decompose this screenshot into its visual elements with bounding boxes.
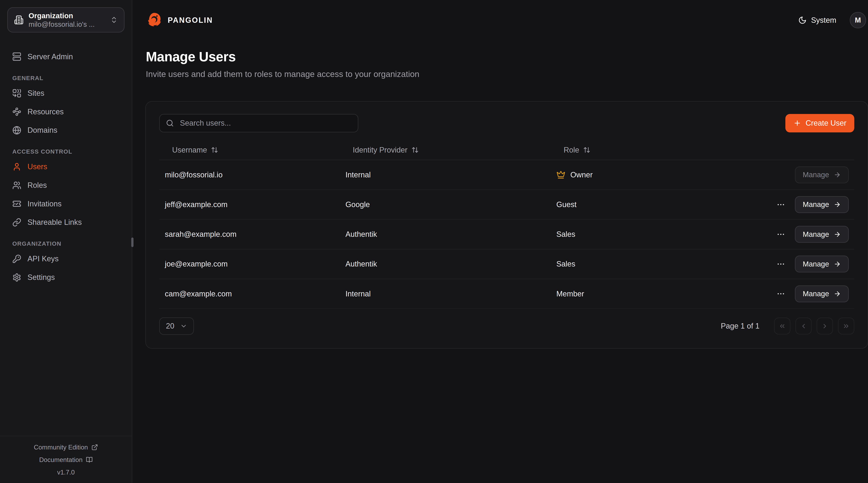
main-content: PANGOLIN System M Manage Users Invite us… [132, 0, 868, 483]
sidebar-item-domains[interactable]: Domains [7, 122, 124, 139]
column-header-username: Username [159, 140, 340, 160]
arrow-right-icon [834, 201, 841, 208]
table-row: jeff@example.com Google Guest Manage [159, 190, 854, 220]
first-page-button[interactable] [774, 318, 790, 335]
app-root: Organization milo@fossorial.io's ... Ser… [0, 0, 868, 483]
sidebar-item-users[interactable]: Users [7, 158, 124, 175]
sidebar-item-label: Resources [27, 108, 64, 116]
sort-icon [211, 146, 218, 153]
sidebar-item-shareable-links[interactable]: Shareable Links [7, 214, 124, 231]
sidebar-item-label: Shareable Links [27, 218, 82, 227]
search-icon [166, 119, 174, 127]
sidebar-resize-handle[interactable] [131, 237, 133, 247]
sidebar-item-sites[interactable]: Sites [7, 85, 124, 102]
sidebar-item-settings[interactable]: Settings [7, 269, 124, 286]
theme-toggle-button[interactable]: System [795, 16, 840, 25]
page-header: Manage Users Invite users and add them t… [132, 40, 868, 80]
sidebar-item-label: Server Admin [27, 53, 73, 61]
chevron-left-icon [800, 322, 807, 330]
search-input-wrapper [159, 114, 358, 133]
page-subtitle: Invite users and add them to roles to ma… [146, 68, 866, 80]
sidebar-item-resources[interactable]: Resources [7, 103, 124, 120]
sort-icon [411, 146, 419, 153]
prev-page-button[interactable] [796, 318, 812, 335]
column-header-actions [691, 140, 854, 160]
username-cell: sarah@example.com [159, 220, 340, 249]
chevron-down-icon [180, 322, 187, 330]
role-cell: Sales [551, 220, 691, 249]
users-card: Create User Username Identity Provider [145, 101, 868, 349]
role-cell: Sales [551, 249, 691, 279]
globe-icon [12, 126, 21, 135]
crown-icon [556, 170, 565, 179]
sidebar-item-label: Sites [27, 89, 44, 97]
avatar[interactable]: M [850, 12, 866, 28]
page-title: Manage Users [146, 48, 866, 65]
org-selector[interactable]: Organization milo@fossorial.io's ... [7, 7, 124, 32]
create-user-button[interactable]: Create User [785, 114, 854, 133]
manage-button[interactable]: Manage [795, 226, 849, 243]
idp-cell: Authentik [340, 220, 551, 249]
row-menu-button[interactable] [775, 258, 786, 270]
sidebar-item-label: Invitations [27, 200, 61, 208]
pangolin-logo: PANGOLIN [146, 12, 213, 29]
table-row: cam@example.com Internal Member Manage [159, 279, 854, 309]
version-label: v1.7.0 [57, 468, 75, 476]
row-menu-button[interactable] [775, 288, 786, 300]
column-header-identity-provider: Identity Provider [340, 140, 551, 160]
row-menu-button[interactable] [775, 199, 786, 210]
ellipsis-icon [776, 230, 785, 239]
sidebar-item-label: API Keys [27, 255, 59, 263]
arrow-right-icon [834, 171, 841, 178]
ellipsis-icon [776, 289, 785, 298]
pangolin-logo-icon [146, 12, 163, 29]
manage-button[interactable]: Manage [795, 285, 849, 302]
brand-name: PANGOLIN [168, 16, 213, 25]
manage-button[interactable]: Manage [795, 256, 849, 273]
sidebar: Organization milo@fossorial.io's ... Ser… [0, 0, 132, 483]
community-edition-link[interactable]: Community Edition [34, 444, 98, 451]
row-menu-button[interactable] [775, 229, 786, 240]
sidebar-item-label: Roles [27, 181, 47, 190]
key-icon [12, 254, 21, 263]
table-row: joe@example.com Authentik Sales Manage [159, 249, 854, 279]
server-icon [12, 52, 21, 61]
link-icon [12, 218, 21, 227]
avatar-initial: M [855, 16, 861, 24]
gear-icon [12, 273, 21, 282]
table-row: milo@fossorial.io Internal Owner Manage [159, 160, 854, 190]
sidebar-item-invitations[interactable]: Invitations [7, 195, 124, 212]
external-link-icon [91, 444, 98, 451]
moon-icon [798, 16, 807, 24]
documentation-link[interactable]: Documentation [39, 456, 93, 463]
chevrons-right-icon [842, 322, 850, 330]
page-size-select[interactable]: 20 [159, 317, 194, 335]
sidebar-item-api-keys[interactable]: API Keys [7, 251, 124, 267]
sort-icon [583, 146, 590, 153]
manage-button[interactable]: Manage [795, 196, 849, 213]
building-icon [14, 15, 24, 25]
combine-icon [12, 89, 21, 98]
search-input[interactable] [179, 118, 352, 128]
role-cell: Owner [551, 160, 691, 190]
last-page-button[interactable] [838, 318, 854, 335]
manage-button[interactable]: Manage [795, 166, 849, 183]
username-cell: jeff@example.com [159, 190, 340, 220]
idp-cell: Internal [340, 160, 551, 190]
users-table: Username Identity Provider Role [159, 140, 854, 309]
sidebar-item-label: Settings [27, 273, 55, 282]
ellipsis-icon [776, 260, 785, 268]
sidebar-item-label: Domains [27, 126, 57, 135]
idp-cell: Authentik [340, 249, 551, 279]
chevron-right-icon [821, 322, 829, 330]
ellipsis-icon [776, 200, 785, 209]
username-cell: joe@example.com [159, 249, 340, 279]
waypoints-icon [12, 107, 21, 116]
next-page-button[interactable] [817, 318, 833, 335]
role-cell: Guest [551, 190, 691, 220]
arrow-right-icon [834, 290, 841, 297]
username-cell: milo@fossorial.io [159, 160, 340, 190]
sidebar-item-roles[interactable]: Roles [7, 177, 124, 194]
sidebar-item-server-admin[interactable]: Server Admin [7, 48, 124, 65]
role-cell: Member [551, 279, 691, 309]
